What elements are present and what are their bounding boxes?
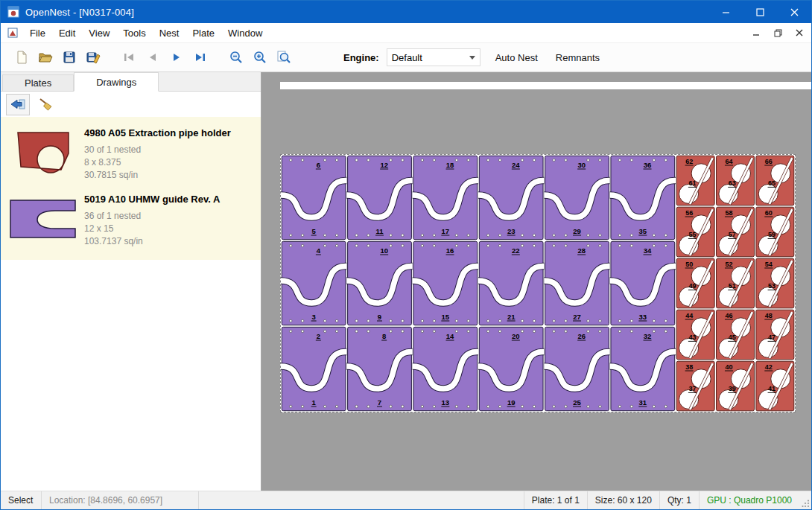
zoom-in-button[interactable] — [248, 46, 272, 68]
purple-part-pair-10-9[interactable]: 109 — [346, 241, 412, 325]
save-button[interactable] — [57, 46, 81, 68]
drawing-size: 8 x 8.375 — [84, 156, 231, 169]
purple-part-pair-30-29[interactable]: 3029 — [544, 156, 609, 239]
status-mode: Select — [1, 491, 42, 509]
red-part-pair-42-41[interactable]: 4241 — [756, 361, 794, 411]
mdi-restore-button[interactable] — [768, 25, 787, 40]
svg-text:56: 56 — [685, 209, 693, 217]
main-toolbar: Engine: Default Auto Nest Remnants — [1, 43, 811, 72]
part-thumbnail-red — [5, 127, 81, 174]
red-part-pair-38-37[interactable]: 3837 — [676, 361, 714, 411]
menu-item-window[interactable]: Window — [221, 25, 269, 42]
svg-text:31: 31 — [639, 398, 647, 407]
menu-item-nest[interactable]: Nest — [153, 25, 186, 42]
purple-part-pair-24-23[interactable]: 2423 — [478, 156, 544, 239]
arrow-left-icon — [10, 98, 26, 111]
purple-part-pair-4-3[interactable]: 43 — [281, 241, 346, 325]
new-button[interactable] — [10, 46, 34, 68]
nest-canvas[interactable]: 6512111817242330293635431091615222128273… — [261, 72, 811, 491]
purple-part-pair-26-25[interactable]: 2625 — [544, 327, 609, 410]
tab-plates[interactable]: Plates — [2, 74, 74, 91]
save-as-icon — [86, 50, 101, 65]
purple-part-pair-12-11[interactable]: 1211 — [346, 156, 412, 239]
auto-nest-button[interactable]: Auto Nest — [492, 49, 541, 66]
svg-text:27: 27 — [573, 313, 581, 321]
menu-item-tools[interactable]: Tools — [116, 25, 152, 42]
purple-part-pair-16-15[interactable]: 1615 — [413, 241, 478, 325]
plate-sheet[interactable]: 6512111817242330293635431091615222128273… — [280, 154, 796, 412]
open-button[interactable] — [34, 46, 57, 68]
last-plate-button[interactable] — [188, 46, 212, 68]
open-folder-icon — [38, 50, 53, 65]
red-part-pair-54-53[interactable]: 5453 — [756, 258, 794, 308]
menu-item-edit[interactable]: Edit — [52, 25, 82, 42]
svg-text:22: 22 — [512, 246, 520, 255]
zoom-fit-button[interactable] — [272, 46, 296, 68]
red-part-pair-52-51[interactable]: 5251 — [717, 258, 755, 308]
menu-item-plate[interactable]: Plate — [185, 25, 221, 42]
status-size: Size: 60 x 120 — [587, 491, 659, 509]
red-part-pair-62-61[interactable]: 6261 — [676, 156, 714, 205]
tab-drawings[interactable]: Drawings — [74, 72, 159, 92]
mdi-close-button[interactable] — [790, 25, 809, 40]
svg-text:8: 8 — [382, 332, 386, 340]
resize-grip-icon — [802, 500, 810, 508]
purple-part-pair-20-19[interactable]: 2019 — [478, 327, 544, 410]
red-part-pair-56-55[interactable]: 5655 — [676, 207, 714, 257]
red-part-pair-50-49[interactable]: 5049 — [676, 258, 714, 308]
drawing-title: 4980 A05 Extraction pipe holder — [84, 127, 231, 138]
purple-part-pair-6-5[interactable]: 65 — [281, 156, 346, 239]
drawing-item-uhmw-guide[interactable]: 5019 A10 UHMW guide Rev. A 36 of 1 neste… — [1, 186, 261, 252]
svg-text:33: 33 — [639, 313, 647, 321]
drawing-list: 4980 A05 Extraction pipe holder 30 of 1 … — [1, 117, 261, 491]
svg-text:61: 61 — [688, 179, 696, 187]
red-part-pair-40-39[interactable]: 4039 — [717, 361, 755, 411]
purple-part-pair-28-27[interactable]: 2827 — [544, 241, 609, 325]
red-part-pair-64-63[interactable]: 6463 — [717, 156, 755, 205]
status-gpu: GPU : Quadro P1000 — [699, 491, 799, 509]
nest-plate-svg[interactable]: 6512111817242330293635431091615222128273… — [281, 155, 795, 412]
purple-part-pair-14-13[interactable]: 1413 — [413, 327, 478, 410]
engine-select[interactable]: Default — [387, 48, 480, 66]
next-plate-button[interactable] — [165, 46, 188, 68]
svg-text:28: 28 — [577, 246, 586, 255]
red-part-pair-58-57[interactable]: 5857 — [717, 207, 755, 257]
send-to-nest-button[interactable] — [6, 94, 30, 115]
red-part-pair-44-43[interactable]: 4443 — [676, 310, 714, 360]
close-button[interactable] — [777, 1, 811, 23]
drawing-item-extraction-pipe-holder[interactable]: 4980 A05 Extraction pipe holder 30 of 1 … — [1, 120, 261, 186]
maximize-button[interactable] — [743, 1, 777, 23]
svg-text:7: 7 — [378, 398, 381, 407]
svg-text:54: 54 — [765, 261, 773, 268]
titlebar: OpenNest - [N0317-004] — [1, 1, 811, 23]
purple-part-pair-36-35[interactable]: 3635 — [610, 156, 676, 239]
purple-part-pair-32-31[interactable]: 3231 — [610, 327, 676, 410]
purple-part-pair-2-1[interactable]: 21 — [281, 327, 346, 410]
red-part-pair-66-65[interactable]: 6665 — [756, 156, 794, 205]
purple-part-pair-8-7[interactable]: 87 — [346, 327, 412, 410]
purple-part-pair-34-33[interactable]: 3433 — [610, 241, 676, 325]
purple-part-pair-18-17[interactable]: 1817 — [413, 156, 478, 239]
red-part-pair-48-47[interactable]: 4847 — [756, 310, 794, 360]
resize-grip[interactable] — [799, 491, 811, 509]
svg-text:37: 37 — [688, 385, 696, 392]
zoom-out-button[interactable] — [224, 46, 248, 68]
red-part-pair-46-45[interactable]: 4645 — [717, 310, 755, 360]
red-part-pair-60-59[interactable]: 6059 — [756, 207, 794, 257]
svg-text:45: 45 — [729, 334, 736, 341]
drawing-size: 12 x 15 — [84, 223, 220, 235]
svg-text:38: 38 — [685, 363, 693, 371]
clear-button[interactable] — [34, 95, 57, 115]
svg-text:19: 19 — [507, 398, 516, 407]
purple-part-pair-22-21[interactable]: 2221 — [478, 241, 544, 325]
menu-item-view[interactable]: View — [82, 25, 116, 42]
menu-item-file[interactable]: File — [23, 25, 52, 42]
minimize-button[interactable] — [708, 1, 743, 23]
svg-text:25: 25 — [573, 398, 581, 407]
mdi-minimize-button[interactable] — [746, 25, 766, 40]
save-as-button[interactable] — [81, 46, 105, 68]
left-panel: Plates Drawings — [1, 72, 261, 491]
first-plate-button[interactable] — [117, 46, 141, 68]
remnants-button[interactable]: Remnants — [553, 49, 603, 66]
previous-plate-button[interactable] — [141, 46, 165, 68]
